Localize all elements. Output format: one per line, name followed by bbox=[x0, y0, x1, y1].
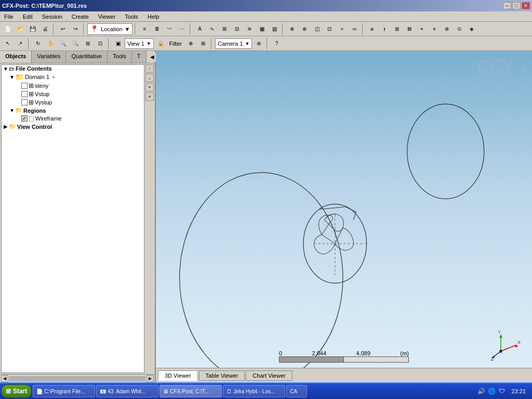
tb-btn-v[interactable]: ⌖ bbox=[416, 23, 428, 35]
lock-btn[interactable]: 🔒 bbox=[155, 38, 166, 49]
fit-btn[interactable]: ⊡ bbox=[95, 38, 106, 49]
tb-btn-k[interactable]: ▧ bbox=[269, 23, 280, 35]
vstup-checkbox[interactable] bbox=[21, 91, 28, 97]
tb-btn-j[interactable]: ▦ bbox=[256, 23, 268, 35]
location-button[interactable]: 📍 Location ▼ bbox=[87, 23, 132, 35]
select2-btn[interactable]: ↗ bbox=[15, 38, 26, 49]
print-button[interactable]: 🖨 bbox=[39, 23, 51, 35]
tb-btn-z[interactable]: ◈ bbox=[466, 23, 477, 35]
view-control-label: View Control bbox=[17, 124, 52, 130]
tab-quantitative[interactable]: Quantitative bbox=[66, 51, 108, 63]
tb-btn-x[interactable]: ⊛ bbox=[441, 23, 453, 35]
taskbar-item-1[interactable]: 📧 43. Adam Whit... bbox=[96, 385, 158, 397]
tab-objects[interactable]: Objects bbox=[0, 51, 32, 63]
tree-domain1[interactable]: ▼ 📁 Domain 1 ✦ bbox=[2, 72, 144, 82]
3d-viewport[interactable]: CFX ✦ bbox=[156, 51, 532, 382]
wireframe-checkbox[interactable]: ✓ bbox=[21, 115, 28, 122]
tb-btn-a[interactable]: ≡ bbox=[139, 23, 150, 35]
sep3 bbox=[135, 23, 137, 35]
tab-3d-viewer[interactable]: 3D Viewer bbox=[158, 370, 198, 381]
tb-btn-o[interactable]: ⊡ bbox=[324, 23, 335, 35]
open-button[interactable]: 📂 bbox=[15, 23, 26, 35]
menu-session[interactable]: Session bbox=[40, 12, 64, 21]
grid-btn[interactable]: ⊞ bbox=[197, 38, 209, 49]
menu-help[interactable]: Help bbox=[145, 12, 162, 21]
save-button[interactable]: 💾 bbox=[27, 23, 38, 35]
tb-btn-e[interactable]: A bbox=[194, 23, 205, 35]
axis-indicator: X Y Z bbox=[490, 330, 522, 362]
tree-regions[interactable]: ▼ 📁 Regions bbox=[2, 107, 144, 114]
tb-btn-s[interactable]: ⍿ bbox=[379, 23, 390, 35]
tb-btn-m[interactable]: ⊗ bbox=[299, 23, 310, 35]
v-btn-2[interactable]: ↓ bbox=[145, 74, 154, 82]
tb-btn-h[interactable]: ⊟ bbox=[231, 23, 243, 35]
tb-btn-y[interactable]: ⊙ bbox=[454, 23, 465, 35]
redo-button[interactable]: ↪ bbox=[70, 23, 81, 35]
tb-btn-f[interactable]: ∿ bbox=[206, 23, 218, 35]
scroll-left-btn[interactable]: ◀ bbox=[1, 375, 8, 382]
menu-edit[interactable]: Edit bbox=[21, 12, 35, 21]
v-btn-3[interactable]: + bbox=[145, 83, 154, 91]
tab-t[interactable]: T bbox=[132, 51, 147, 63]
tb-btn-b[interactable]: ≣ bbox=[151, 23, 163, 35]
tree-steny[interactable]: ⊞ steny bbox=[2, 82, 144, 90]
close-button[interactable]: ✕ bbox=[522, 2, 530, 9]
tb-btn-q[interactable]: ∞ bbox=[349, 23, 360, 35]
taskbar-item-4[interactable]: CA bbox=[286, 385, 307, 397]
minimize-button[interactable]: ─ bbox=[503, 2, 511, 9]
view1-dropdown[interactable]: View 1 ▼ bbox=[125, 38, 154, 49]
tb-btn-c[interactable]: 〰 bbox=[164, 23, 175, 35]
scroll-right-btn[interactable]: ▶ bbox=[147, 375, 154, 382]
camera1-dropdown[interactable]: Camera 1 ▼ bbox=[215, 38, 252, 49]
start-button[interactable]: ⊞ Start bbox=[1, 384, 32, 398]
v-btn-4[interactable]: × bbox=[145, 92, 154, 101]
tb-btn-w[interactable]: ⋄ bbox=[429, 23, 440, 35]
tb-btn-g[interactable]: ⊞ bbox=[219, 23, 230, 35]
menu-viewer[interactable]: Viewer bbox=[96, 12, 117, 21]
tb-btn-p[interactable]: ≈ bbox=[336, 23, 348, 35]
menu-file[interactable]: File bbox=[2, 12, 16, 21]
tb-btn-u[interactable]: ⊠ bbox=[404, 23, 415, 35]
undo-button[interactable]: ↩ bbox=[57, 23, 69, 35]
tb-btn-n[interactable]: ◫ bbox=[311, 23, 323, 35]
tree-vystup[interactable]: ⊞ Vystup bbox=[2, 98, 144, 107]
tree-view-control[interactable]: ▶ 📁 View Control bbox=[2, 123, 144, 130]
tree-file-contents[interactable]: ▼ 🗁 File Contents bbox=[2, 65, 144, 72]
new-button[interactable]: 📄 bbox=[2, 23, 14, 35]
tab-table-viewer[interactable]: Table Viewer bbox=[199, 370, 245, 381]
scroll-track[interactable] bbox=[9, 376, 145, 381]
maximize-button[interactable]: □ bbox=[512, 2, 521, 9]
pan-btn[interactable]: ✋ bbox=[45, 38, 56, 49]
menu-tools[interactable]: Tools bbox=[123, 12, 140, 21]
help-btn[interactable]: ? bbox=[271, 38, 282, 49]
tab-variables[interactable]: Variables bbox=[32, 51, 66, 63]
v-btn-1[interactable]: ↑ bbox=[145, 64, 154, 73]
taskbar-item-0[interactable]: 📄 C:\Program File... bbox=[33, 385, 95, 397]
toolbar2: ↖ ↗ ↻ ✋ 🔍 🔍 ⊞ ⊡ ▣ View 1 ▼ 🔒 Filter ⊕ ⊞ … bbox=[0, 36, 532, 51]
tb-btn-t[interactable]: ⊞ bbox=[391, 23, 403, 35]
view-select-btn[interactable]: ▣ bbox=[112, 38, 124, 49]
tab-chart-viewer[interactable]: Chart Viewer bbox=[246, 370, 292, 381]
select-btn[interactable]: ↖ bbox=[2, 38, 14, 49]
menu-create[interactable]: Create bbox=[70, 12, 91, 21]
taskbar-item-3[interactable]: 🗒 Jirka Hybš - Los... bbox=[223, 385, 285, 397]
tree-wireframe[interactable]: ✓ ⬚ Wireframe bbox=[2, 114, 144, 123]
tb-btn-i[interactable]: ≋ bbox=[244, 23, 255, 35]
steny-checkbox[interactable] bbox=[21, 83, 28, 89]
zoom-box-btn[interactable]: ⊞ bbox=[82, 38, 94, 49]
vystup-checkbox[interactable] bbox=[21, 99, 28, 105]
tb-btn-d[interactable]: ⋯ bbox=[176, 23, 188, 35]
tab-tools[interactable]: Tools bbox=[108, 51, 132, 63]
tb-btn-l[interactable]: ⊕ bbox=[286, 23, 298, 35]
filter-btn[interactable]: ⊕ bbox=[185, 38, 196, 49]
scale-bar: 0 2.044 4.089 (m) bbox=[279, 350, 409, 363]
tb-btn-r[interactable]: ⌀ bbox=[366, 23, 378, 35]
zoom-out-btn[interactable]: 🔍 bbox=[70, 38, 81, 49]
rotate-btn[interactable]: ↻ bbox=[32, 38, 44, 49]
cam-btn2[interactable]: ⊛ bbox=[253, 38, 264, 49]
tab-bar: Objects Variables Quantitative Tools T ◀… bbox=[0, 51, 155, 63]
tree-vstup[interactable]: ⊞ Vstup bbox=[2, 90, 144, 98]
tree-area: ▼ 🗁 File Contents ▼ 📁 Domain 1 ✦ ⊞ steny bbox=[0, 63, 155, 374]
zoom-in-btn[interactable]: 🔍 bbox=[57, 38, 69, 49]
taskbar-item-2[interactable]: 🖥 CFX-Post; C:\T... bbox=[159, 385, 222, 397]
